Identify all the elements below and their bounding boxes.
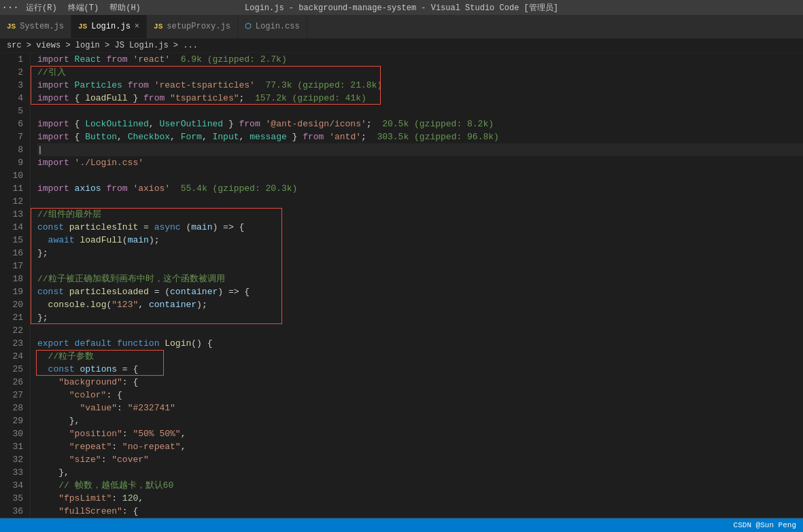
line-num-1: 1: [7, 53, 23, 66]
line-num-11: 11: [7, 182, 23, 195]
code-line-9: import './Login.css': [37, 156, 803, 169]
tab-setup-proxy[interactable]: JS setupProxy.js: [147, 14, 238, 38]
code-line-36: "fullScreen": {: [37, 505, 803, 518]
token-kw-import: import: [37, 53, 75, 66]
tab-login-js[interactable]: JS Login.js ×: [71, 14, 147, 38]
token-op: [297, 130, 303, 143]
token-op: :: [101, 453, 112, 466]
token-react-name: React: [75, 53, 101, 66]
token-pkg-size: 303.5k (gzipped: 96.8k): [366, 130, 499, 143]
line-num-32: 32: [7, 453, 23, 466]
code-line-21: };: [37, 311, 803, 324]
token-op: [37, 492, 58, 505]
token-react-name: Checkbox: [128, 130, 170, 143]
token-kw-const: const: [48, 363, 80, 376]
token-op: [37, 402, 80, 414]
token-op: [37, 350, 48, 363]
line-num-34: 34: [7, 479, 23, 492]
token-react-name: UserOutlined: [159, 118, 223, 130]
token-punct: {: [133, 376, 138, 389]
token-op: :: [117, 402, 128, 414]
code-line-26: "background": {: [37, 376, 803, 389]
code-content[interactable]: import React from 'react' 6.9k (gzipped:…: [31, 53, 803, 518]
code-line-20: console.log("123", container);: [37, 298, 803, 311]
token-punct: ;: [366, 118, 372, 130]
token-react-name: Button: [85, 130, 117, 143]
line-num-17: 17: [7, 260, 23, 272]
line-num-5: 5: [7, 105, 23, 118]
token-op: [260, 118, 266, 130]
token-op: [37, 298, 48, 311]
code-line-15: await loadFull(main);: [37, 234, 803, 247]
line-num-21: 21: [7, 311, 23, 324]
token-kw-from: from: [106, 182, 127, 195]
token-op: .: [85, 298, 90, 311]
token-punct: ,: [117, 130, 128, 143]
code-line-4: import { loadFull } from "tsparticles"; …: [37, 92, 803, 105]
js-icon-proxy: JS: [154, 22, 163, 31]
token-comment: //组件的最外层: [37, 208, 101, 221]
code-line-3: import Particles from 'react-tsparticles…: [37, 79, 803, 92]
menu-terminal[interactable]: 终端(T): [63, 0, 105, 15]
line-num-19: 19: [7, 285, 23, 298]
token-kw-default: default: [75, 337, 117, 350]
token-punct: |: [37, 143, 43, 156]
token-punct: ,: [202, 130, 213, 143]
breadcrumb-path: src > views > login > JS Login.js > ...: [7, 41, 198, 50]
menu-run[interactable]: 运行(R): [20, 0, 63, 15]
token-kw-import: import: [37, 92, 75, 105]
token-punct: {: [117, 389, 122, 402]
code-line-29: },: [37, 414, 803, 427]
token-op: [37, 414, 69, 427]
line-num-13: 13: [7, 208, 23, 221]
token-op: [37, 466, 58, 479]
token-fn-name: loadFull: [80, 234, 122, 247]
close-login-js[interactable]: ×: [135, 22, 139, 31]
token-punct: {: [75, 130, 86, 143]
status-bar: CSDN @Sun Peng: [0, 518, 803, 532]
token-str: 'react-tsparticles': [154, 79, 255, 92]
line-num-16: 16: [7, 247, 23, 260]
token-comment: // 帧数，越低越卡，默认60: [58, 479, 173, 492]
breadcrumb: src > views > login > JS Login.js > ...: [0, 39, 803, 53]
menu-help[interactable]: 帮助(H): [104, 0, 146, 15]
token-fn-name: particlesLoaded: [69, 285, 149, 298]
app-dots[interactable]: ···: [0, 0, 20, 15]
token-op: [37, 479, 58, 492]
tab-label-login-js: Login.js: [91, 22, 131, 31]
tab-bar: JS System.js JS Login.js × JS setupProxy…: [0, 15, 803, 39]
line-num-35: 35: [7, 492, 23, 505]
token-punct: ,: [181, 440, 186, 453]
line-num-18: 18: [7, 272, 23, 285]
token-pkg-size: 20.5k (gzipped: 8.2k): [372, 118, 494, 130]
token-pkg-size: 77.3k (gzipped: 21.8k): [255, 79, 382, 92]
tab-login-css[interactable]: ⬡ Login.css: [238, 14, 307, 38]
token-var-name: main: [191, 221, 212, 234]
code-line-5: [37, 105, 803, 118]
token-op: :: [122, 427, 133, 440]
code-line-24: //粒子参数: [37, 350, 803, 363]
line-num-20: 20: [7, 298, 23, 311]
token-punct: {: [133, 363, 138, 376]
token-op: [324, 130, 329, 143]
token-op: :: [122, 505, 133, 518]
tab-system-js[interactable]: JS System.js: [0, 14, 71, 38]
token-punct: };: [37, 311, 48, 324]
token-str: "fpsLimit": [58, 492, 112, 505]
token-punct: {: [75, 118, 86, 130]
code-line-2: //引入: [37, 66, 803, 79]
token-str: "50% 50%": [133, 427, 180, 440]
token-punct: {: [244, 285, 250, 298]
token-kw-from: from: [239, 118, 260, 130]
token-str: 'axios': [133, 182, 170, 195]
code-line-13: //组件的最外层: [37, 208, 803, 221]
status-user: CSDN @Sun Peng: [734, 521, 796, 529]
token-kw-from: from: [303, 130, 324, 143]
token-pkg-size: 55.4k (gzipped: 20.3k): [170, 182, 297, 195]
token-var-name: container: [170, 285, 218, 298]
code-line-31: "repeat": "no-repeat",: [37, 440, 803, 453]
token-op: (: [106, 298, 112, 311]
token-op: [37, 376, 58, 389]
token-kw-import: import: [37, 156, 75, 169]
token-kw-const: const: [37, 221, 69, 234]
